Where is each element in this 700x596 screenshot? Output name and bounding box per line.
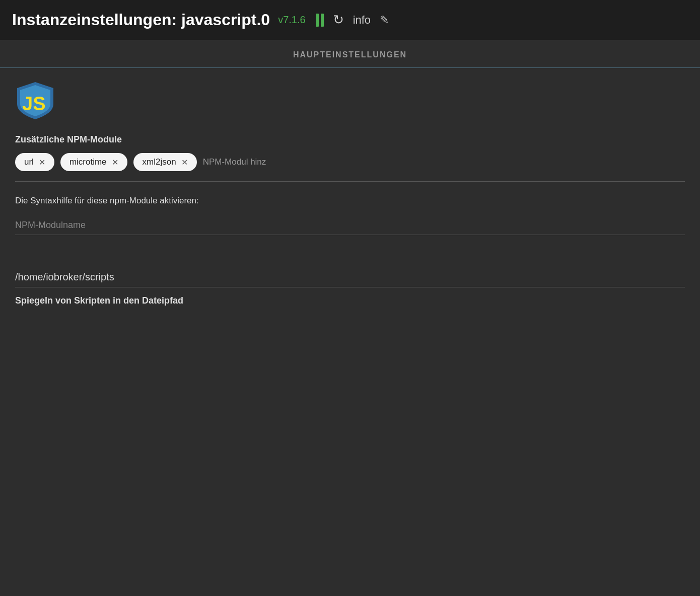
page-title: Instanzeinstellungen: javascript.0 <box>12 11 270 29</box>
header: Instanzeinstellungen: javascript.0 v7.1.… <box>0 0 700 40</box>
mirror-scripts-label: Spiegeln von Skripten in den Dateipfad <box>15 295 685 306</box>
refresh-button[interactable]: ↺ <box>333 12 344 28</box>
tag-xml2json-name: xml2json <box>143 157 176 167</box>
tag-xml2json[interactable]: xml2json ✕ <box>133 153 197 171</box>
main-content: JS Zusätzliche NPM-Module url ✕ microtim… <box>0 68 700 318</box>
header-actions: ↺ info ✎ <box>316 12 389 28</box>
pause-button[interactable] <box>316 14 324 27</box>
version-badge: v7.1.6 <box>278 14 305 26</box>
tag-url[interactable]: url ✕ <box>15 153 54 171</box>
scripts-path-value: /home/iobroker/scripts <box>15 267 685 287</box>
pause-bar-right <box>321 14 324 27</box>
npm-tags-container: url ✕ microtime ✕ xml2json ✕ NPM-Modul h… <box>15 153 685 182</box>
info-button[interactable]: info <box>353 14 371 27</box>
npm-module-name-input[interactable] <box>15 216 685 235</box>
syntax-help-label: Die Syntaxhilfe für diese npm-Module akt… <box>15 196 685 206</box>
svg-text:JS: JS <box>22 93 45 114</box>
tag-microtime[interactable]: microtime ✕ <box>60 153 127 171</box>
tag-url-name: url <box>24 157 34 167</box>
tag-url-close[interactable]: ✕ <box>39 158 45 167</box>
path-section: /home/iobroker/scripts Spiegeln von Skri… <box>15 267 685 306</box>
pause-bar-left <box>316 14 319 27</box>
tag-microtime-close[interactable]: ✕ <box>112 158 118 167</box>
npm-modules-label: Zusätzliche NPM-Module <box>15 134 685 145</box>
add-npm-module-placeholder[interactable]: NPM-Modul hinz <box>203 157 266 167</box>
edit-button[interactable]: ✎ <box>380 14 389 27</box>
section-heading: HAUPTEINSTELLUNGEN <box>0 40 700 68</box>
tag-xml2json-close[interactable]: ✕ <box>181 158 188 167</box>
tag-microtime-name: microtime <box>69 157 107 167</box>
syntax-help-section: Die Syntaxhilfe für diese npm-Module akt… <box>15 196 685 251</box>
js-logo: JS <box>15 80 55 120</box>
